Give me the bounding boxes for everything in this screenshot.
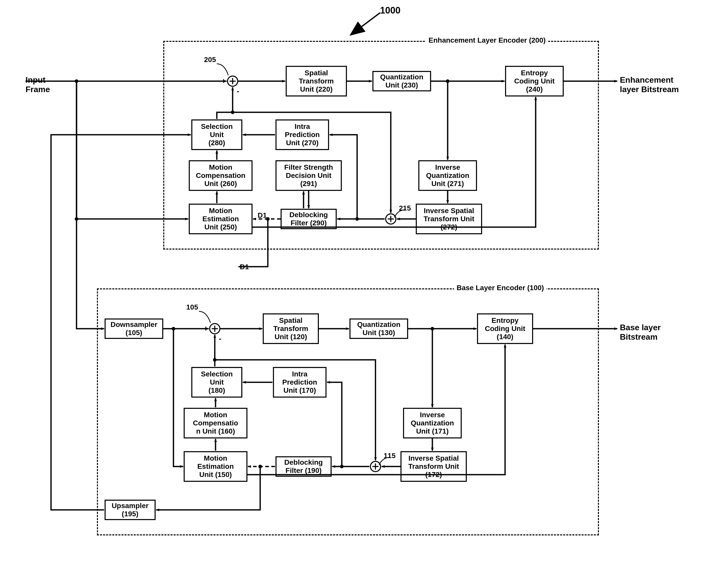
svg-point-37	[213, 358, 217, 362]
connectors	[0, 0, 728, 565]
svg-point-32	[231, 110, 234, 114]
svg-point-33	[172, 327, 175, 331]
svg-point-28	[75, 217, 78, 221]
svg-point-29	[446, 79, 449, 83]
svg-point-34	[431, 327, 434, 331]
svg-point-30	[266, 217, 270, 221]
svg-point-35	[340, 465, 344, 468]
svg-point-27	[75, 79, 78, 83]
svg-point-31	[355, 217, 359, 221]
svg-point-36	[258, 465, 262, 468]
diagram-canvas: { "figure_ref": "1000", "input_label": "…	[0, 0, 728, 565]
